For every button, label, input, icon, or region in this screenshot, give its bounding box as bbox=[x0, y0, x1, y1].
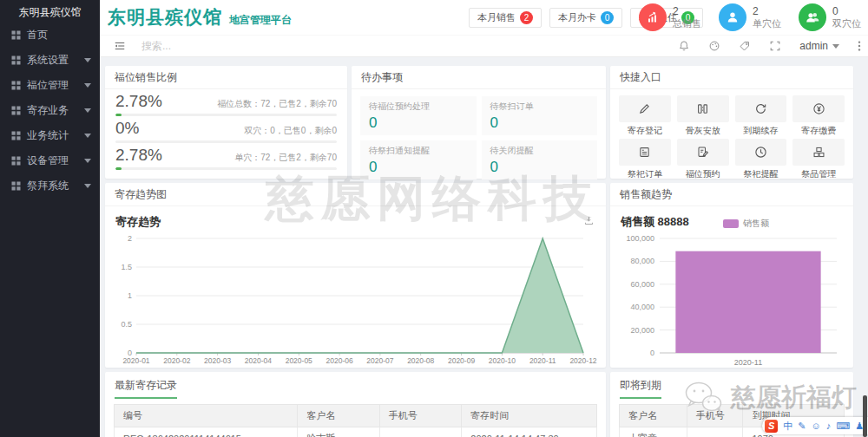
toolbar: admin bbox=[100, 35, 868, 57]
month-cards-button[interactable]: 本月办卡 0 bbox=[549, 8, 622, 28]
quick-tile bbox=[735, 95, 787, 122]
svg-text:20,000: 20,000 bbox=[630, 326, 654, 335]
chevron-down-icon bbox=[84, 58, 91, 62]
todo-item-sweep-notices[interactable]: 待祭扫通知提醒 0 bbox=[360, 140, 477, 179]
svg-text:60,000: 60,000 bbox=[630, 280, 654, 289]
quick-tile bbox=[792, 139, 845, 166]
sidebar-item-business-stats[interactable]: 业务统计 bbox=[0, 123, 100, 148]
month-sales-label: 本月销售 bbox=[477, 11, 516, 24]
table-row: REG-186420201114144615 哈吉斯 2020-11-14 14… bbox=[115, 427, 597, 437]
todo-item-close-reminders[interactable]: 待关闭提醒 0 bbox=[482, 140, 598, 179]
column-header: 寄存时间 bbox=[462, 405, 597, 427]
table-header-row: 编号 客户名 手机号 寄存时间 bbox=[115, 405, 597, 427]
card-title: 寄存趋势图 bbox=[105, 183, 606, 206]
ratio-detail: 单穴：72，已售2，剩余70 bbox=[234, 152, 337, 164]
deposit-trend-card: 寄存趋势图 寄存趋势 00.511.522020-012020-022020-0… bbox=[105, 183, 606, 368]
legend-swatch bbox=[723, 219, 739, 228]
sidebar-item-niche-management[interactable]: 福位管理 bbox=[0, 73, 100, 98]
sidebar-item-label: 业务统计 bbox=[27, 128, 69, 143]
boxes-icon bbox=[812, 146, 825, 159]
quick-deposit-register[interactable]: 寄存登记 bbox=[619, 95, 671, 137]
ratio-detail: 双穴：0，已售0，剩余0 bbox=[244, 125, 337, 137]
chart-legend: 销售额 bbox=[723, 218, 769, 230]
page-subtitle: 地宫管理平台 bbox=[229, 7, 292, 28]
ime-lang-icon[interactable]: 中 bbox=[783, 420, 792, 433]
quick-label: 福位预约 bbox=[677, 168, 729, 180]
ime-emoji-icon[interactable]: ☺ bbox=[812, 421, 821, 431]
latest-records-table: 编号 客户名 手机号 寄存时间 REG-186420201114144615 哈… bbox=[114, 404, 597, 437]
quick-label: 祭祀订单 bbox=[619, 168, 671, 180]
column-header: 编号 bbox=[115, 405, 298, 427]
menu-icon bbox=[11, 156, 21, 166]
month-cards-label: 本月办卡 bbox=[558, 11, 596, 24]
todo-item-sweep-orders[interactable]: 待祭扫订单 0 bbox=[482, 96, 598, 135]
pencil-icon bbox=[638, 102, 651, 115]
progress-fill bbox=[115, 167, 122, 170]
theme-palette-icon[interactable] bbox=[708, 40, 720, 52]
sidebar-item-label: 设备管理 bbox=[27, 153, 69, 168]
svg-text:2020-11: 2020-11 bbox=[529, 356, 556, 365]
svg-text:40,000: 40,000 bbox=[630, 303, 654, 311]
ime-keyboard-icon[interactable]: ⌨ bbox=[836, 421, 850, 432]
menu-icon bbox=[11, 181, 21, 191]
cell-phone bbox=[379, 427, 462, 437]
quick-ashes-placement[interactable]: 骨灰安放 bbox=[677, 95, 729, 137]
todo-value: 0 bbox=[369, 114, 468, 132]
cell-record-id: REG-186420201114144615 bbox=[115, 427, 298, 437]
sidebar-item-worship-system[interactable]: 祭拜系统 bbox=[0, 173, 100, 199]
sales-trend-chart: 020,00040,00060,00080,000100,0002020-11 bbox=[620, 232, 844, 369]
tag-icon[interactable] bbox=[739, 40, 751, 52]
quick-niche-reservation[interactable]: 福位预约 bbox=[677, 139, 729, 180]
collapse-sidebar-icon[interactable] bbox=[114, 40, 126, 52]
sidebar-item-label: 福位管理 bbox=[27, 78, 69, 93]
sogou-logo-icon[interactable]: S bbox=[765, 420, 778, 433]
cell-deposit-time: 2020-11-14 14:47:30 bbox=[462, 427, 597, 437]
ime-pen-icon[interactable]: ✎ bbox=[798, 421, 806, 432]
username: admin bbox=[799, 40, 828, 52]
bell-icon[interactable] bbox=[678, 40, 690, 52]
sidebar-item-home[interactable]: 首页 bbox=[0, 23, 100, 48]
header-stats: 2 总销售 2 单穴位 0 双穴位 bbox=[639, 3, 861, 31]
progress-bar bbox=[115, 167, 337, 170]
stat-circle bbox=[719, 3, 746, 31]
stat-label: 双穴位 bbox=[832, 18, 861, 30]
fullscreen-icon[interactable] bbox=[769, 40, 781, 52]
download-chart-icon[interactable] bbox=[583, 215, 595, 226]
svg-text:2020-02: 2020-02 bbox=[163, 356, 190, 365]
month-sales-button[interactable]: 本月销售 2 bbox=[469, 8, 542, 28]
stat-total-sales: 2 总销售 bbox=[639, 3, 701, 31]
todo-label: 待关闭提醒 bbox=[490, 145, 589, 157]
clipboard-icon bbox=[638, 146, 651, 159]
user-menu[interactable]: admin bbox=[799, 40, 839, 52]
todo-grid: 待福位预约处理 0 待祭扫订单 0 待祭扫通知提醒 0 待关闭提醒 0 bbox=[352, 89, 606, 186]
todo-label: 待祭扫通知提醒 bbox=[369, 145, 468, 157]
scrollbar-thumb[interactable] bbox=[863, 395, 867, 437]
search-input[interactable] bbox=[141, 40, 272, 52]
sidebar-item-label: 首页 bbox=[27, 28, 48, 42]
quick-tile bbox=[677, 139, 729, 166]
quick-renew-deposit[interactable]: 到期续存 bbox=[735, 95, 787, 137]
todo-item-niche-reservation[interactable]: 待福位预约处理 0 bbox=[360, 96, 477, 135]
ime-voice-icon[interactable]: ♪ bbox=[826, 421, 832, 431]
menu-icon bbox=[11, 30, 21, 40]
sidebar-item-label: 系统设置 bbox=[27, 53, 69, 68]
more-options-icon[interactable] bbox=[858, 40, 861, 52]
quick-ritual-reminder[interactable]: 祭祀提醒 bbox=[735, 139, 787, 180]
svg-text:2020-12: 2020-12 bbox=[569, 356, 596, 365]
toolbar-actions: admin bbox=[678, 40, 868, 52]
chevron-down-icon bbox=[84, 134, 91, 138]
column-header: 手机号 bbox=[379, 405, 462, 427]
sidebar-item-device-management[interactable]: 设备管理 bbox=[0, 148, 100, 173]
count-badge: 2 bbox=[520, 11, 533, 24]
menu-icon bbox=[11, 81, 21, 90]
svg-text:2020-10: 2020-10 bbox=[489, 356, 516, 365]
ratio-row-double: 0%双穴：0，已售0，剩余0 bbox=[105, 116, 347, 143]
quick-deposit-payment[interactable]: 寄存缴费 bbox=[792, 95, 845, 137]
ratio-row-total: 2.78%福位总数：72，已售2，剩余70 bbox=[105, 89, 347, 116]
sidebar-item-deposit-business[interactable]: 寄存业务 bbox=[0, 98, 100, 123]
todo-value: 0 bbox=[490, 159, 589, 176]
quick-label: 寄存缴费 bbox=[792, 125, 845, 137]
quick-offerings-management[interactable]: 祭品管理 bbox=[792, 139, 845, 180]
sidebar-item-system-settings[interactable]: 系统设置 bbox=[0, 48, 100, 73]
quick-ritual-orders[interactable]: 祭祀订单 bbox=[619, 139, 671, 180]
